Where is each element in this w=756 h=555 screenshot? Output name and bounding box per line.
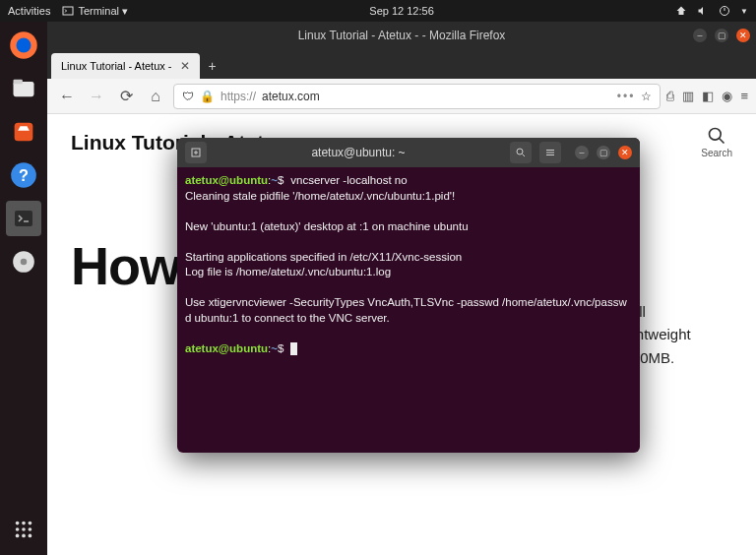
nav-toolbar: ← → ⟳ ⌂ 🛡 🔒 https://atetux.com ••• ☆ ⎙ ▥… — [47, 79, 756, 114]
new-tab-button[interactable]: + — [200, 53, 225, 79]
help-icon: ? — [10, 161, 37, 189]
svg-point-23 — [517, 149, 523, 154]
terminal-new-tab-button[interactable] — [185, 142, 207, 163]
search-icon — [515, 147, 527, 158]
terminal-output[interactable]: atetux@ubuntu:~$ vncserver -localhost no… — [177, 167, 640, 453]
terminal-maximize-button[interactable]: ▢ — [597, 146, 610, 159]
tab-active[interactable]: Linux Tutorial - Atetux - ✕ — [51, 53, 200, 79]
svg-point-3 — [17, 38, 32, 53]
account-icon[interactable]: ◉ — [722, 89, 732, 103]
terminal-app-icon — [12, 207, 35, 230]
svg-rect-9 — [15, 211, 32, 226]
back-button[interactable]: ← — [55, 85, 79, 108]
dock-files[interactable] — [6, 71, 41, 106]
svg-point-12 — [16, 522, 20, 525]
svg-point-18 — [16, 534, 20, 538]
search-icon — [707, 126, 726, 146]
firefox-icon — [9, 31, 38, 60]
dock-disc[interactable] — [6, 244, 41, 279]
url-bar[interactable]: 🛡 🔒 https://atetux.com ••• ☆ — [173, 84, 661, 109]
dock-show-apps[interactable] — [6, 512, 41, 547]
software-icon — [10, 118, 37, 146]
minimize-button[interactable]: – — [693, 29, 707, 42]
shield-icon: 🛡 — [182, 90, 194, 103]
svg-point-13 — [22, 522, 26, 525]
app-menu[interactable]: Terminal ▾ — [62, 5, 128, 18]
url-host: atetux.com — [262, 90, 320, 103]
svg-text:?: ? — [19, 166, 29, 184]
tab-close-icon[interactable]: ✕ — [180, 59, 190, 73]
tab-strip: Linux Tutorial - Atetux - ✕ + — [47, 49, 756, 79]
terminal-search-button[interactable] — [510, 142, 532, 163]
svg-point-17 — [29, 527, 32, 531]
svg-rect-0 — [63, 7, 73, 15]
url-protocol: https:// — [220, 90, 256, 103]
svg-point-16 — [22, 527, 26, 531]
bookmark-icon[interactable]: ☆ — [641, 90, 652, 103]
close-button[interactable]: ✕ — [736, 29, 750, 42]
svg-rect-5 — [14, 80, 23, 85]
downloads-icon[interactable]: ⎙ — [666, 89, 674, 103]
tab-title: Linux Tutorial - Atetux - — [61, 60, 172, 72]
maximize-button[interactable]: ▢ — [715, 29, 728, 42]
library-icon[interactable]: ▥ — [682, 89, 694, 103]
terminal-icon — [62, 5, 74, 17]
terminal-menu-button[interactable] — [539, 142, 561, 163]
plus-box-icon — [190, 147, 202, 158]
svg-point-19 — [22, 534, 26, 538]
sidebar-icon[interactable]: ◧ — [702, 89, 714, 103]
dock-firefox[interactable] — [6, 28, 41, 63]
firefox-titlebar: Linux Tutorial - Atetux - - Mozilla Fire… — [47, 22, 756, 49]
terminal-minimize-button[interactable]: – — [575, 146, 589, 159]
lock-icon: 🔒 — [200, 90, 215, 103]
files-icon — [10, 75, 37, 102]
terminal-titlebar: atetux@ubuntu: ~ – ▢ ✕ — [177, 138, 640, 167]
apps-grid-icon — [13, 519, 34, 540]
chevron-down-icon: ▼ — [740, 7, 748, 16]
svg-point-21 — [710, 129, 722, 141]
forward-button[interactable]: → — [85, 85, 108, 108]
volume-icon — [697, 5, 709, 17]
svg-rect-6 — [15, 123, 33, 142]
svg-point-20 — [29, 534, 32, 538]
dock-terminal[interactable] — [6, 201, 41, 236]
menu-icon[interactable]: ≡ — [740, 89, 748, 103]
activities-button[interactable]: Activities — [8, 5, 50, 17]
reload-button[interactable]: ⟳ — [114, 85, 138, 108]
dock-software[interactable] — [6, 114, 41, 150]
svg-point-15 — [16, 527, 20, 531]
disc-icon — [11, 249, 36, 275]
system-tray[interactable]: ▼ — [675, 5, 748, 17]
page-actions-icon[interactable]: ••• — [617, 90, 636, 103]
dock-help[interactable]: ? — [6, 157, 41, 193]
cursor — [290, 342, 297, 355]
svg-point-11 — [21, 259, 28, 266]
search-label: Search — [701, 148, 732, 158]
window-title: Linux Tutorial - Atetux - - Mozilla Fire… — [298, 29, 506, 42]
ubuntu-dock: ? — [0, 22, 47, 555]
svg-point-14 — [29, 522, 32, 525]
power-icon — [719, 5, 730, 17]
gnome-top-bar: Activities Terminal ▾ Sep 12 12:56 ▼ — [0, 0, 756, 22]
terminal-title: atetux@ubuntu: ~ — [215, 146, 502, 159]
search-button[interactable]: Search — [701, 126, 732, 158]
clock[interactable]: Sep 12 12:56 — [369, 5, 433, 17]
network-icon — [675, 5, 687, 17]
hamburger-icon — [544, 147, 556, 158]
terminal-close-button[interactable]: ✕ — [618, 146, 632, 159]
terminal-window: atetux@ubuntu: ~ – ▢ ✕ atetux@ubuntu:~$ … — [177, 138, 640, 453]
home-button[interactable]: ⌂ — [144, 85, 167, 108]
